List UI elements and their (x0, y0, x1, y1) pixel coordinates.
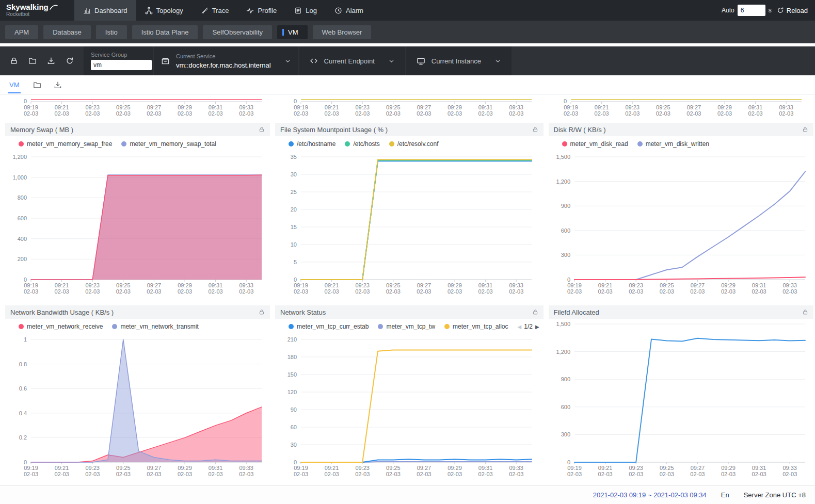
legend-label: meter_vm_tcp_tw (386, 323, 435, 330)
chart-area: 00.20.40.60.8109:1902-0309:2102-0309:230… (5, 334, 270, 482)
x-tick-label: 09:21 (595, 104, 609, 110)
dash-tab-apm[interactable]: APM (5, 25, 38, 39)
reload-button[interactable]: Reload (777, 7, 808, 14)
chart-area: 030609012015018021009:1902-0309:2102-030… (275, 334, 544, 482)
dash-tab-vm[interactable]: VM (277, 25, 308, 39)
legend-item[interactable]: meter_vm_disk_read (562, 140, 628, 148)
y-tick-label: 10 (291, 241, 297, 248)
legend-item[interactable]: meter_vm_memory_swap_total (121, 140, 216, 148)
nav-item-log[interactable]: Log (285, 0, 326, 21)
x-tick-date-label: 02-03 (417, 110, 431, 117)
chart-area: 03006009001,2001,50009:1902-0309:2102-03… (549, 319, 813, 482)
x-tick-label: 09:33 (509, 104, 523, 110)
import-button[interactable] (25, 53, 40, 69)
current-service-selector[interactable]: Current Service vm::docker.for.mac.host.… (154, 46, 298, 75)
nav-item-alarm[interactable]: Alarm (326, 0, 372, 21)
sync-button[interactable] (62, 53, 77, 69)
y-tick-label: 0.8 (19, 361, 27, 367)
chart-legend: meter_vm_memory_swap_freemeter_vm_memory… (5, 136, 270, 152)
dash-tab-database[interactable]: Database (43, 25, 91, 39)
current-instance-selector[interactable]: Current Instance (406, 46, 512, 75)
lock-button[interactable] (6, 53, 22, 69)
x-tick-label: 09:31 (748, 104, 763, 110)
time-range-picker[interactable]: 2021-02-03 09:19 ~ 2021-02-03 09:34 (593, 491, 707, 499)
chart-canvas[interactable]: 0510152025303509:1902-0309:2102-0309:230… (275, 152, 540, 297)
chart-canvas[interactable]: 03006009001,2001,50009:1902-0309:2102-03… (549, 152, 813, 297)
next-page-icon[interactable]: ▶ (535, 324, 539, 330)
lock-icon[interactable] (802, 309, 808, 315)
legend-item[interactable]: /etc/hosts (345, 140, 379, 148)
chart-canvas[interactable]: 030609012015018021009:1902-0309:2102-030… (275, 334, 540, 480)
auto-interval-input[interactable] (738, 5, 765, 16)
lock-icon[interactable] (532, 126, 538, 133)
x-tick-label: 09:29 (448, 465, 462, 471)
legend-item[interactable]: meter_vm_network_transmit (112, 323, 198, 330)
y-tick-label: 0.6 (19, 385, 27, 392)
legend-item[interactable]: meter_vm_network_receive (19, 323, 103, 330)
legend-item[interactable]: meter_vm_memory_swap_free (19, 140, 112, 148)
prev-page-icon[interactable]: ◀ (518, 324, 522, 330)
y-tick-label: 15 (291, 224, 297, 230)
current-service-label: Current Service (176, 53, 271, 59)
nav-item-trace[interactable]: Trace (192, 0, 238, 21)
language-toggle[interactable]: En (721, 491, 729, 499)
tab-vm[interactable]: VM (8, 76, 21, 93)
folder-icon[interactable] (33, 81, 41, 89)
app-root: Skywalking Rocketbot Dashboard Topology … (0, 0, 815, 504)
x-tick-date-label: 02-03 (294, 471, 308, 477)
cropped-chart: 009:1902-0309:2102-0309:2302-0309:2502-0… (545, 97, 810, 123)
x-tick-date-label: 02-03 (595, 110, 609, 117)
legend-item[interactable]: meter_vm_tcp_alloc (444, 323, 508, 330)
y-tick-label: 30 (291, 171, 297, 177)
x-tick-label: 09:19 (564, 104, 578, 110)
dash-tab-selfobservability[interactable]: SelfObservability (203, 25, 272, 39)
export-button[interactable] (43, 53, 59, 69)
lock-icon[interactable] (259, 126, 265, 133)
dash-tab-istio[interactable]: Istio (96, 25, 127, 39)
profile-icon (246, 7, 254, 14)
chart-canvas[interactable]: 02004006008001,0001,20009:1902-0309:2102… (5, 152, 270, 297)
y-tick-label: 300 (561, 431, 570, 437)
panel-title: Memory Swap ( MB ) (10, 126, 73, 134)
chart-area: 02004006008001,0001,20009:1902-0309:2102… (5, 152, 270, 299)
x-tick-label: 09:19 (294, 104, 308, 110)
app-logo[interactable]: Skywalking Rocketbot (6, 3, 66, 17)
nav-item-profile[interactable]: Profile (237, 0, 285, 21)
x-tick-date-label: 02-03 (779, 110, 793, 117)
server-zone-setting[interactable]: Server Zone UTC +8 (744, 491, 806, 499)
x-tick-label: 09:33 (509, 282, 523, 288)
chart-area: 03006009001,2001,50009:1902-0309:2102-03… (549, 152, 813, 299)
service-group-input[interactable] (91, 60, 152, 70)
legend-dot (112, 324, 117, 329)
lock-icon[interactable] (259, 309, 265, 315)
dash-tab-web-browser[interactable]: Web Browser (313, 25, 372, 39)
nav-item-dashboard[interactable]: Dashboard (74, 0, 136, 21)
x-tick-date-label: 02-03 (417, 471, 431, 477)
download-icon[interactable] (54, 81, 62, 89)
chart-canvas[interactable]: 03006009001,2001,50009:1902-0309:2102-03… (549, 319, 813, 480)
x-tick-label: 09:29 (717, 104, 732, 110)
dash-tab-label: VM (288, 28, 298, 36)
legend-item[interactable]: meter_vm_tcp_curr_estab (289, 323, 369, 330)
chart-canvas[interactable]: 00.20.40.60.8109:1902-0309:2102-0309:230… (5, 334, 270, 480)
panel-title: Network Status (280, 308, 326, 316)
x-tick-date-label: 02-03 (55, 471, 69, 477)
nav-label: Profile (258, 7, 277, 14)
current-endpoint-selector[interactable]: Current Endpoint (299, 46, 405, 75)
nav-item-topology[interactable]: Topology (136, 0, 192, 21)
legend-item[interactable]: meter_vm_disk_written (637, 140, 709, 148)
legend-item[interactable]: /etc/resolv.conf (389, 140, 439, 148)
x-tick-date-label: 02-03 (147, 110, 161, 117)
legend-item[interactable]: /etc/hostname (289, 140, 335, 148)
dash-tab-istio-data-plane[interactable]: Istio Data Plane (132, 25, 198, 39)
x-tick-date-label: 02-03 (239, 110, 253, 117)
x-tick-date-label: 02-03 (386, 471, 401, 477)
legend-item[interactable]: meter_vm_tcp_tw (378, 323, 435, 330)
x-tick-label: 09:21 (325, 282, 339, 288)
x-tick-date-label: 02-03 (567, 471, 582, 477)
lock-icon[interactable] (802, 126, 808, 133)
y-tick-label: 60 (291, 424, 297, 430)
lock-icon[interactable] (532, 309, 538, 315)
x-tick-date-label: 02-03 (355, 110, 370, 117)
chart-canvas: 009:1902-0309:2102-0309:2302-0309:2502-0… (545, 97, 810, 122)
